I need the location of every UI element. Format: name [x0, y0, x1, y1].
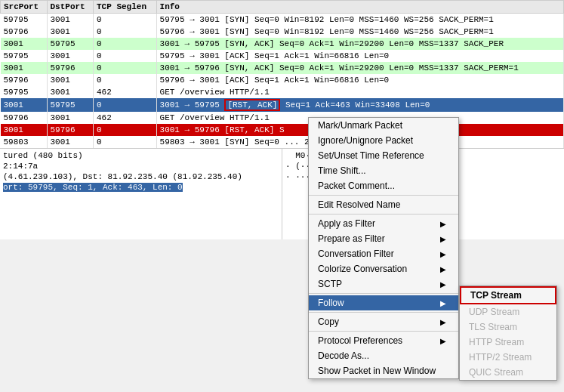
submenu-arrow-icon: ▶ [440, 318, 446, 326]
menu-item-ignore-unignore-packet[interactable]: Ignore/Unignore Packet [309, 133, 458, 148]
cell-srcport: 59796 [1, 26, 48, 38]
cell-dstport: 59795 [47, 38, 94, 50]
cell-srcport: 59795 [1, 50, 48, 62]
submenu-item-tls-stream: TLS Stream [460, 319, 556, 335]
menu-item-apply-as-filter[interactable]: Apply as Filter▶ [309, 216, 458, 231]
submenu-arrow-icon: ▶ [440, 265, 446, 273]
col-tcpseglen[interactable]: TCP Seglen [94, 1, 157, 14]
menu-item-label: Set/Unset Time Reference [318, 150, 424, 161]
cell-seglen: 0 [94, 62, 157, 74]
follow-submenu: TCP StreamUDP StreamTLS StreamHTTP Strea… [459, 286, 557, 381]
cell-dstport: 59796 [47, 124, 94, 136]
packet-list: SrcPort DstPort TCP Seglen Info 59795300… [0, 0, 564, 148]
submenu-item-label: QUIC Stream [469, 367, 523, 378]
cell-srcport: 59795 [1, 86, 48, 98]
cell-info: 3001 → 59795 [SYN, ACK] Seq=0 Ack=1 Win=… [156, 38, 563, 50]
menu-separator [309, 293, 458, 294]
menu-item-label: SCTP [318, 279, 342, 289]
menu-item-sctp[interactable]: SCTP▶ [309, 276, 458, 292]
cell-dstport: 3001 [47, 14, 94, 26]
context-menu: Mark/Unmark PacketIgnore/Unignore Packet… [308, 117, 459, 379]
menu-item-label: Conversation Filter [318, 248, 394, 259]
menu-item-label: Edit Resolved Name [318, 199, 400, 210]
table-row[interactable]: 30015979603001 → 59796 [SYN, ACK] Seq=0 … [1, 62, 564, 74]
menu-item-conversation-filter[interactable]: Conversation Filter▶ [309, 246, 458, 261]
cell-dstport: 3001 [47, 112, 94, 124]
cell-srcport: 59796 [1, 74, 48, 86]
menu-item-prepare-as-filter[interactable]: Prepare as Filter▶ [309, 231, 458, 246]
table-row[interactable]: 597953001462GET /overview HTTP/1.1 [1, 86, 564, 98]
detail-line-1: tured (480 bits) [3, 150, 279, 161]
col-srcport[interactable]: SrcPort [1, 1, 48, 14]
table-row[interactable]: 597953001059795 → 3001 [ACK] Seq=1 Ack=1… [1, 50, 564, 62]
table-row[interactable]: 597963001059796 → 3001 [SYN] Seq=0 Win=8… [1, 26, 564, 38]
cell-info: 3001 → 59795 [RST, ACK] Seq=1 Ack=463 Wi… [156, 98, 563, 112]
cell-seglen: 0 [94, 38, 157, 50]
table-row[interactable]: 30015979503001 → 59795 [RST, ACK] Seq=1 … [1, 98, 564, 112]
submenu-arrow-icon: ▶ [440, 299, 446, 307]
menu-item-label: Ignore/Unignore Packet [318, 135, 413, 146]
table-row[interactable]: 598033001059803 → 3001 [SYN] Seq=0 ... 2… [1, 136, 564, 148]
detail-line-3: (4.61.239.103), Dst: 81.92.235.40 (81.92… [3, 171, 279, 182]
menu-item-protocol-preferences[interactable]: Protocol Preferences▶ [309, 333, 458, 348]
menu-item-decode-as---[interactable]: Decode As... [309, 348, 458, 363]
menu-item-set-unset-time-reference[interactable]: Set/Unset Time Reference [309, 148, 458, 163]
detail-line-2: 2:14:7a [3, 161, 279, 171]
table-row[interactable]: 597963001462GET /overview HTTP/1.1 [1, 112, 564, 124]
cell-info: GET /overview HTTP/1.1 [156, 86, 563, 98]
menu-item-label: Decode As... [318, 350, 369, 361]
submenu-arrow-icon: ▶ [440, 280, 446, 289]
menu-item-colorize-conversation[interactable]: Colorize Conversation▶ [309, 261, 458, 276]
menu-separator [309, 331, 458, 332]
submenu-item-label: TCP Stream [470, 290, 522, 301]
submenu-item-udp-stream: UDP Stream [460, 304, 556, 319]
menu-item-label: Copy [318, 316, 339, 327]
cell-dstport: 59796 [47, 62, 94, 74]
menu-item-edit-resolved-name[interactable]: Edit Resolved Name [309, 197, 458, 212]
cell-dstport: 59795 [47, 98, 94, 112]
cell-dstport: 3001 [47, 50, 94, 62]
cell-srcport: 59795 [1, 14, 48, 26]
submenu-arrow-icon: ▶ [440, 250, 446, 258]
cell-seglen: 0 [94, 26, 157, 38]
cell-srcport: 3001 [1, 38, 48, 50]
cell-dstport: 3001 [47, 86, 94, 98]
cell-srcport: 3001 [1, 98, 48, 112]
menu-item-label: Time Shift... [318, 165, 366, 176]
table-row[interactable]: 597953001059795 → 3001 [SYN] Seq=0 Win=8… [1, 14, 564, 26]
menu-item-follow[interactable]: Follow▶ [309, 295, 458, 310]
menu-item-label: Show Packet in New Window [318, 366, 436, 376]
submenu-item-http-stream: HTTP Stream [460, 335, 556, 350]
menu-item-packet-comment---[interactable]: Packet Comment... [309, 178, 458, 193]
submenu-arrow-icon: ▶ [440, 220, 446, 228]
cell-seglen: 0 [94, 14, 157, 26]
cell-seglen: 0 [94, 50, 157, 62]
menu-item-time-shift---[interactable]: Time Shift... [309, 163, 458, 178]
menu-item-label: Prepare as Filter [318, 233, 385, 244]
col-dstport[interactable]: DstPort [47, 1, 94, 14]
table-row[interactable]: 30015979503001 → 59795 [SYN, ACK] Seq=0 … [1, 38, 564, 50]
cell-srcport: 59803 [1, 136, 48, 148]
cell-srcport: 59796 [1, 112, 48, 124]
submenu-item-tcp-stream[interactable]: TCP Stream [460, 286, 556, 304]
menu-item-mark-unmark-packet[interactable]: Mark/Unmark Packet [309, 118, 458, 133]
cell-seglen: 0 [94, 98, 157, 112]
cell-info: 59796 → 3001 [ACK] Seq=1 Ack=1 Win=66816… [156, 74, 563, 86]
table-row[interactable]: 30015979603001 → 59796 [RST, ACK] S [1, 124, 564, 136]
submenu-arrow-icon: ▶ [440, 337, 446, 345]
submenu-item-label: HTTP/2 Stream [469, 352, 532, 363]
menu-item-label: Follow [318, 298, 344, 308]
menu-separator [309, 214, 458, 215]
menu-item-show-packet-in-new-window[interactable]: Show Packet in New Window [309, 363, 458, 378]
col-info[interactable]: Info [156, 1, 563, 14]
menu-item-label: Packet Comment... [318, 181, 395, 191]
table-row[interactable]: 597963001059796 → 3001 [ACK] Seq=1 Ack=1… [1, 74, 564, 86]
cell-info: 59795 → 3001 [ACK] Seq=1 Ack=1 Win=66816… [156, 50, 563, 62]
cell-srcport: 3001 [1, 124, 48, 136]
detail-line-4: ort: 59795, Seq: 1, Ack: 463, Len: 0 [3, 182, 279, 193]
bottom-panels: tured (480 bits) 2:14:7a (4.61.239.103),… [0, 148, 564, 239]
submenu-item-label: HTTP Stream [469, 337, 524, 347]
cell-info: 59796 → 3001 [SYN] Seq=0 Win=8192 Len=0 … [156, 26, 563, 38]
submenu-item-label: UDP Stream [469, 307, 519, 317]
menu-item-copy[interactable]: Copy▶ [309, 314, 458, 329]
